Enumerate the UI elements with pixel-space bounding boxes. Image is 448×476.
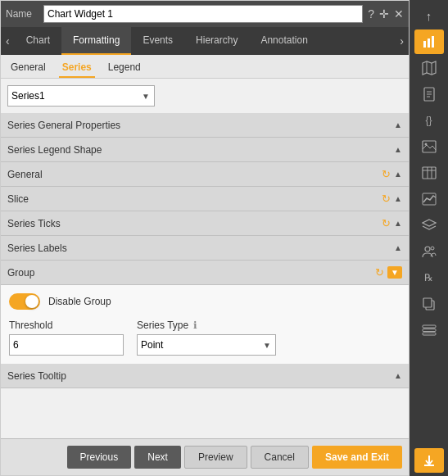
sidebar-rx-icon[interactable]: ℞ — [414, 265, 444, 290]
sidebar-map-icon[interactable] — [414, 56, 444, 80]
svg-point-19 — [431, 247, 434, 250]
refresh-icon[interactable]: ↻ — [382, 168, 391, 180]
preview-button[interactable]: Preview — [184, 446, 247, 469]
sub-tab-series[interactable]: Series — [59, 58, 95, 78]
chevron-up-icon: ▲ — [394, 145, 402, 154]
sidebar-stack-icon[interactable] — [414, 318, 444, 342]
svg-rect-24 — [423, 333, 436, 335]
section-general[interactable]: General ↻ ▲ — [1, 162, 409, 187]
group-section-body: Disable Group Threshold Series Type ℹ Po… — [1, 285, 409, 364]
threshold-group: Threshold — [9, 320, 124, 356]
tab-annotation[interactable]: Annotation — [249, 27, 319, 55]
sidebar-table-icon[interactable] — [414, 161, 444, 185]
sidebar-layers-icon[interactable] — [414, 213, 444, 238]
chevron-up-icon: ▲ — [394, 219, 402, 228]
sidebar-image-icon[interactable] — [414, 134, 444, 159]
svg-marker-17 — [423, 220, 436, 226]
scroll-content: Series General Properties ▲ Series Legen… — [1, 113, 409, 438]
chevron-up-icon: ▲ — [394, 120, 402, 129]
sidebar-people-icon[interactable] — [414, 239, 444, 264]
chevron-up-icon: ▲ — [394, 170, 402, 179]
tab-next-arrow[interactable]: › — [395, 27, 409, 55]
series-type-group: Series Type ℹ Point Line Bar Area — [137, 320, 276, 356]
toggle-knob — [25, 295, 38, 308]
tab-hierarchy[interactable]: Hierarchy — [184, 27, 249, 55]
title-bar: Name ? ✛ ✕ — [1, 1, 409, 27]
refresh-icon[interactable]: ↻ — [375, 266, 384, 279]
form-row: Threshold Series Type ℹ Point Line Bar A… — [9, 320, 400, 356]
close-icon[interactable]: ✕ — [394, 7, 404, 20]
sub-tab-bar: General Series Legend — [1, 55, 409, 79]
right-sidebar: ↑ {} — [410, 0, 448, 476]
section-series-labels[interactable]: Series Labels ▲ — [1, 236, 409, 261]
svg-rect-2 — [432, 36, 434, 48]
series-dropdown-wrapper: Series1 Series2 — [7, 85, 155, 107]
toggle-row: Disable Group — [9, 293, 400, 310]
tab-bar: ‹ Chart Formatting Events Hierarchy Anno… — [1, 27, 409, 55]
disable-group-toggle[interactable] — [9, 293, 40, 310]
section-slice[interactable]: Slice ↻ ▲ — [1, 187, 409, 211]
chevron-up-icon: ▲ — [394, 243, 402, 252]
series-dropdown-row: Series1 Series2 — [1, 79, 409, 113]
chevron-up-icon: ▲ — [394, 194, 402, 203]
chevron-up-icon: ▲ — [394, 371, 402, 380]
sidebar-copy-icon[interactable] — [414, 292, 444, 316]
sub-tab-legend[interactable]: Legend — [105, 58, 144, 78]
refresh-icon[interactable]: ↻ — [382, 193, 391, 205]
tab-formatting[interactable]: Formatting — [61, 27, 131, 55]
help-icon[interactable]: ? — [368, 7, 374, 20]
svg-rect-12 — [423, 167, 436, 179]
series-type-select[interactable]: Point Line Bar Area — [137, 334, 276, 356]
sidebar-chart-line-icon[interactable] — [414, 187, 444, 211]
section-series-general[interactable]: Series General Properties ▲ — [1, 113, 409, 138]
svg-rect-0 — [423, 41, 426, 48]
sub-tab-general[interactable]: General — [7, 58, 49, 78]
svg-marker-3 — [423, 61, 436, 75]
section-series-tooltip[interactable]: Series Tooltip ▲ — [1, 364, 409, 388]
series-type-label: Series Type ℹ — [137, 320, 276, 331]
svg-rect-1 — [428, 39, 430, 48]
svg-rect-22 — [423, 325, 436, 328]
footer: Previous Next Preview Cancel Save and Ex… — [1, 438, 409, 475]
tab-prev-arrow[interactable]: ‹ — [1, 27, 15, 55]
cancel-button[interactable]: Cancel — [251, 446, 309, 469]
tab-events[interactable]: Events — [131, 27, 184, 55]
section-legend-shape[interactable]: Series Legend Shape ▲ — [1, 138, 409, 162]
svg-point-18 — [425, 247, 430, 252]
svg-rect-21 — [423, 298, 432, 307]
sidebar-up-icon[interactable]: ↑ — [414, 3, 444, 28]
next-button[interactable]: Next — [134, 446, 181, 469]
threshold-input[interactable] — [9, 334, 124, 356]
chevron-down-icon: ▼ — [387, 266, 402, 279]
title-icons: ? ✛ ✕ — [368, 7, 404, 20]
section-group[interactable]: Group ↻ ▼ — [1, 261, 409, 285]
move-icon[interactable]: ✛ — [379, 7, 389, 20]
threshold-label: Threshold — [9, 320, 124, 331]
svg-rect-23 — [423, 329, 436, 332]
sidebar-download-icon[interactable] — [414, 448, 444, 473]
sidebar-chart-bar-icon[interactable] — [414, 29, 444, 54]
sidebar-document-icon[interactable] — [414, 82, 444, 107]
section-series-ticks[interactable]: Series Ticks ↻ ▲ — [1, 211, 409, 236]
sidebar-code-icon[interactable]: {} — [414, 108, 444, 133]
title-input[interactable] — [43, 5, 363, 23]
series-type-select-wrapper: Point Line Bar Area — [137, 334, 276, 356]
info-icon: ℹ — [193, 320, 197, 331]
toggle-label: Disable Group — [48, 296, 111, 307]
name-label: Name — [6, 8, 38, 20]
tab-chart[interactable]: Chart — [15, 27, 61, 55]
previous-button[interactable]: Previous — [67, 446, 132, 469]
save-exit-button[interactable]: Save and Exit — [312, 446, 402, 469]
refresh-icon[interactable]: ↻ — [382, 217, 391, 229]
series-dropdown[interactable]: Series1 Series2 — [7, 85, 155, 107]
